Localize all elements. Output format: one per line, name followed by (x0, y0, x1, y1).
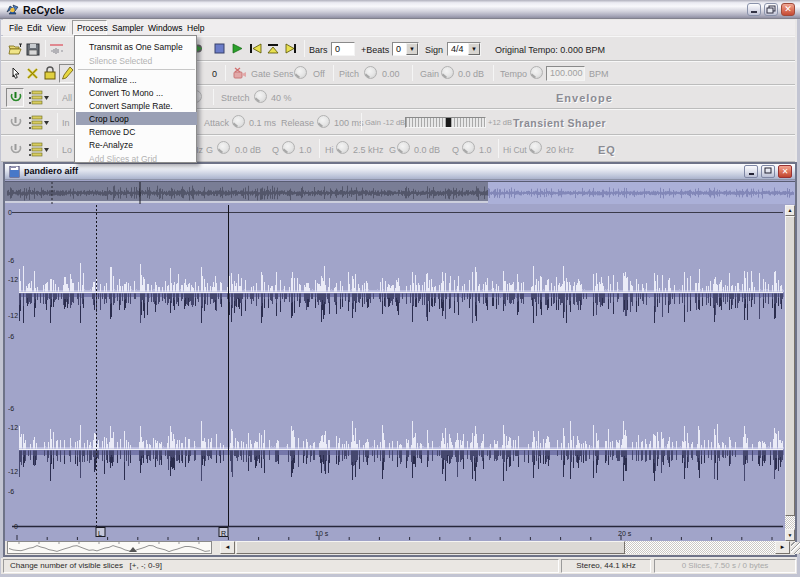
svg-text:-6: -6 (8, 257, 14, 264)
svg-text:-12: -12 (8, 468, 18, 475)
svg-text:-12: -12 (8, 312, 18, 319)
svg-text:20 s: 20 s (618, 530, 632, 537)
svg-text:L: L (98, 530, 102, 537)
svg-text:-12: -12 (8, 424, 18, 431)
svg-text:R: R (221, 530, 226, 537)
svg-text:0: 0 (8, 209, 12, 216)
svg-text:10 s: 10 s (315, 530, 329, 537)
svg-text:0: 0 (14, 523, 18, 530)
svg-text:-12: -12 (8, 276, 18, 283)
svg-text:-6: -6 (8, 333, 14, 340)
svg-text:-6: -6 (8, 405, 14, 412)
svg-text:-6: -6 (8, 488, 14, 495)
